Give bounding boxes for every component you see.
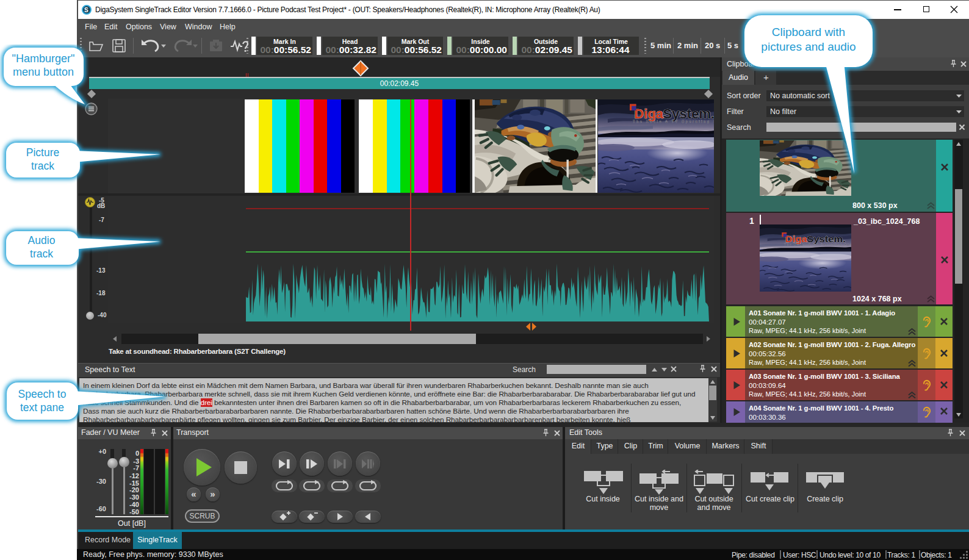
svg-text:System.: System.	[807, 234, 846, 243]
svg-text:text pane: text pane	[20, 401, 64, 414]
svg-text:Speech to: Speech to	[18, 388, 67, 400]
svg-text:System.: System.	[663, 106, 714, 121]
svg-text:The Radio & TV Operating Syste: The Radio & TV Operating Syste	[784, 243, 851, 246]
svg-text:The Radio & TV Operating Syste: The Radio & TV Operating Syste	[633, 120, 714, 123]
svg-text:Diga: Diga	[785, 234, 807, 243]
svg-text:track: track	[30, 248, 53, 260]
svg-text:menu button: menu button	[13, 66, 74, 78]
svg-text:Picture: Picture	[26, 146, 59, 159]
svg-text:pictures and audio: pictures and audio	[761, 40, 856, 53]
svg-text:Diga: Diga	[634, 106, 664, 121]
svg-text:track: track	[31, 160, 54, 172]
svg-text:"Hamburger": "Hamburger"	[12, 52, 75, 65]
svg-text:Audio: Audio	[28, 234, 56, 246]
svg-text:Clipboard with: Clipboard with	[772, 26, 845, 38]
